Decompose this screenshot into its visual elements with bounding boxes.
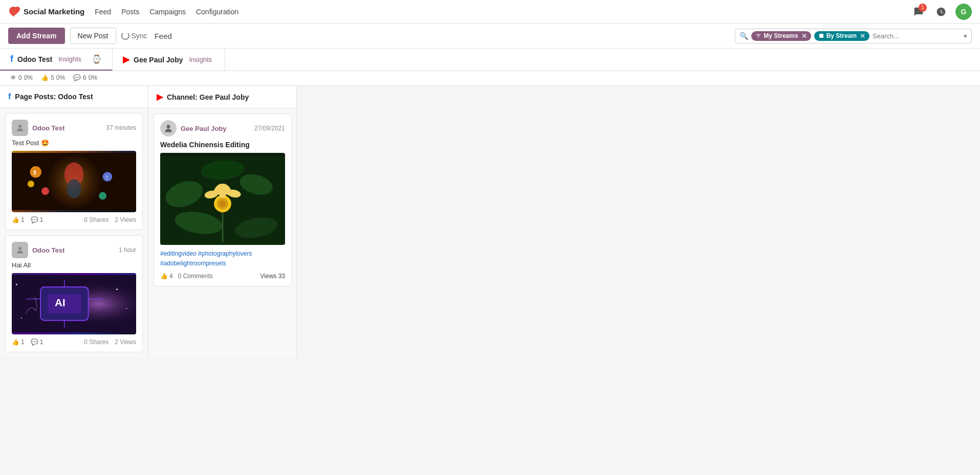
comment-icon: 💬	[73, 74, 81, 81]
post-1-author: Odoo Test	[12, 120, 64, 136]
svg-point-24	[126, 308, 127, 309]
yt-post-1-tags: #editingvideo #photographylovers #adobel…	[160, 249, 285, 268]
stat-comments-pct: 0%	[89, 74, 97, 81]
yt-post-1-thumbnail	[160, 153, 285, 245]
post-1-text: Test Post 🤩	[12, 139, 136, 147]
facebook-icon: f	[10, 54, 13, 64]
yt-post-1-date: 27/09/2021	[254, 125, 285, 132]
my-streams-close[interactable]: ✕	[801, 32, 807, 40]
filter-icon	[755, 33, 761, 39]
search-bar: 🔍 My Streams ✕ By Stream ✕ ▾	[735, 29, 972, 43]
youtube-icon: ▶	[123, 54, 129, 65]
youtube-cards: Gee Paul Joby 27/09/2021 Wedelia Chinens…	[148, 108, 296, 291]
add-stream-button[interactable]: Add Stream	[8, 28, 65, 44]
yt-post-1-title: Wedelia Chinensis Editing	[160, 141, 285, 149]
svg-point-23	[116, 289, 118, 290]
facebook-column: f Page Posts: Odoo Test Odoo Test 37 min…	[0, 86, 148, 357]
stream-tab-odoo-test[interactable]: f Odoo Test Insights ⌚	[0, 49, 113, 71]
post-1-image: ₿ Ξ	[12, 151, 136, 212]
post-1-shares-views: 0 Shares 2 Views	[84, 216, 136, 223]
yt-post-1-comments: 0 Comments	[178, 273, 213, 280]
youtube-col-title: Channel: Gee Paul Joby	[167, 93, 249, 101]
svg-point-5	[67, 179, 81, 198]
my-streams-chip: My Streams ✕	[751, 31, 811, 41]
search-dropdown-button[interactable]: ▾	[964, 32, 967, 40]
chat-icon-btn[interactable]: 1	[910, 4, 927, 20]
youtube-post-1: Gee Paul Joby 27/09/2021 Wedelia Chinens…	[154, 114, 292, 286]
content-area: f Page Posts: Odoo Test Odoo Test 37 min…	[0, 86, 980, 357]
post-2-avatar	[12, 242, 28, 258]
svg-point-44	[219, 200, 226, 207]
post-1-avatar	[12, 120, 28, 136]
stat-likes-pct: 0%	[56, 74, 65, 81]
stat-comments-val: 6	[83, 74, 86, 81]
youtube-col-header: ▶ Channel: Gee Paul Joby	[148, 86, 296, 108]
youtube-column: ▶ Channel: Gee Paul Joby Gee Paul Joby 2…	[148, 86, 297, 357]
yt-post-1-likes: 👍 4	[160, 273, 173, 280]
svg-rect-0	[819, 34, 823, 38]
facebook-post-2: Odoo Test 1 hour Hai All	[5, 235, 143, 352]
like-icon-2: 👍	[12, 338, 19, 346]
stat-comments: 💬 6 0%	[73, 74, 97, 81]
post-2-shares-views: 0 Shares 2 Views	[84, 338, 136, 346]
stream-tabs: f Odoo Test Insights ⌚ ▶ Gee Paul Joby I…	[0, 49, 980, 71]
svg-text:Ξ: Ξ	[105, 175, 108, 180]
sync-button[interactable]: Sync	[121, 32, 147, 40]
nav-posts[interactable]: Posts	[121, 8, 139, 16]
yt-post-1-author: Gee Paul Joby	[160, 120, 227, 137]
svg-text:AI: AI	[55, 297, 66, 308]
post-2-footer: 👍 1 💬 1 0 Shares 2 Views	[12, 338, 136, 346]
post-1-comments: 💬 1	[31, 216, 43, 223]
rss-icon[interactable]: ⌚	[92, 54, 102, 64]
facebook-post-1: Odoo Test 37 minutes Test Post 🤩	[5, 113, 143, 230]
new-post-button[interactable]: New Post	[70, 28, 116, 44]
post-2-author-name[interactable]: Odoo Test	[32, 246, 64, 254]
svg-point-13	[18, 247, 21, 250]
post-1-footer: 👍 1 💬 1 0 Shares 2 Views	[12, 216, 136, 223]
nav-links: Feed Posts Campaigns Configuration	[95, 8, 238, 16]
stat-likes-val: 5	[51, 74, 54, 81]
yt-post-1-avatar	[160, 120, 177, 137]
stream-icon	[818, 33, 824, 39]
post-1-author-name[interactable]: Odoo Test	[32, 124, 64, 132]
post-1-time: 37 minutes	[106, 124, 136, 131]
stream-tab-insights-2[interactable]: Insights	[189, 56, 212, 63]
stat-views: 👁 0 0%	[10, 74, 33, 81]
post-2-text: Hai All	[12, 261, 136, 269]
nav-feed[interactable]: Feed	[95, 8, 111, 16]
yt-like-icon: 👍	[160, 273, 168, 280]
by-stream-close[interactable]: ✕	[860, 32, 865, 40]
nav-configuration[interactable]: Configuration	[196, 8, 238, 16]
post-2-author: Odoo Test	[12, 242, 64, 258]
svg-point-12	[28, 180, 34, 187]
nav-campaigns[interactable]: Campaigns	[149, 8, 186, 16]
post-1-image-svg: ₿ Ξ	[12, 151, 136, 212]
svg-point-1	[18, 125, 21, 128]
chat-badge: 1	[919, 4, 927, 12]
post-2-comments: 💬 1	[31, 338, 43, 346]
sync-icon	[121, 32, 129, 40]
sync-label: Sync	[132, 32, 147, 40]
yt-post-1-author-name[interactable]: Gee Paul Joby	[181, 125, 227, 132]
yt-post-1-footer: 👍 4 0 Comments Views 33	[160, 273, 285, 280]
stats-bar-facebook: 👁 0 0% 👍 5 0% 💬 6 0%	[0, 71, 980, 86]
stream-tab-gee-paul-joby[interactable]: ▶ Gee Paul Joby Insights	[113, 49, 225, 71]
comment-icon-2: 💬	[31, 338, 38, 346]
stream-tab-actions-1: ⌚	[92, 54, 102, 64]
stream-tab-insights-1[interactable]: Insights	[58, 55, 81, 63]
toolbar: Add Stream New Post Sync Feed 🔍 My Strea…	[0, 24, 980, 49]
post-1-header: Odoo Test 37 minutes	[12, 120, 136, 136]
post-2-time: 1 hour	[119, 246, 136, 254]
search-input[interactable]	[873, 32, 959, 40]
user-avatar[interactable]: G	[955, 4, 972, 20]
stat-likes: 👍 5 0%	[41, 74, 65, 81]
like-icon-1: 👍	[12, 216, 19, 223]
svg-point-27	[167, 125, 170, 128]
yt-post-1-header: Gee Paul Joby 27/09/2021	[160, 120, 285, 137]
page-title: Feed	[155, 32, 172, 40]
yt-header-icon: ▶	[157, 92, 163, 102]
post-2-header: Odoo Test 1 hour	[12, 242, 136, 258]
clock-icon-btn[interactable]	[933, 4, 949, 20]
post-2-likes: 👍 1	[12, 338, 25, 346]
stream-tab-name-1: Odoo Test	[17, 55, 52, 63]
